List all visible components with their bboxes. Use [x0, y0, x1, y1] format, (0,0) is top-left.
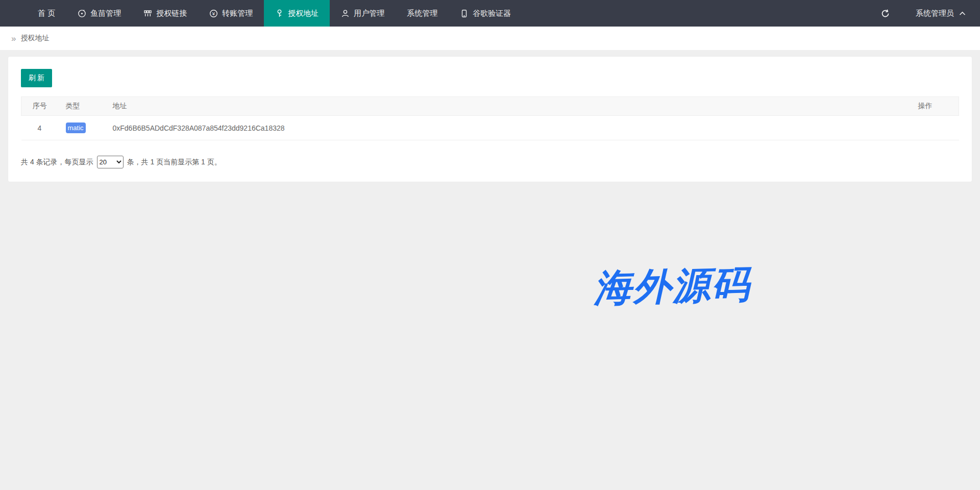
svg-text:¥: ¥ — [212, 11, 215, 16]
col-header-address: 地址 — [105, 97, 911, 116]
nav-item-home[interactable]: 首 页 — [27, 0, 66, 27]
col-header-action: 操作 — [911, 97, 959, 116]
col-header-type: 类型 — [58, 97, 105, 116]
nav-item-google-authenticator[interactable]: 谷歌验证器 — [449, 0, 522, 27]
watermark-text: 海外源码 — [593, 259, 752, 314]
breadcrumb-label: 授权地址 — [20, 34, 49, 43]
type-badge: matic — [66, 122, 86, 133]
table-row: 4 matic 0xFd6B6B5ADdCdF328A087a854f23dd9… — [21, 116, 959, 140]
nav-item-transfer-management[interactable]: ¥ 转账管理 — [198, 0, 264, 27]
phone-icon — [460, 9, 469, 18]
breadcrumb-arrows-icon: » — [11, 34, 16, 43]
clock-icon — [78, 9, 86, 18]
nav-item-label: 鱼苗管理 — [90, 9, 121, 18]
cell-index: 4 — [21, 116, 58, 140]
nav-item-label: 转账管理 — [222, 9, 253, 18]
chevron-up-icon — [959, 11, 966, 16]
page-size-select[interactable]: 20 — [97, 156, 124, 168]
refresh-icon[interactable] — [880, 9, 890, 18]
col-header-index: 序号 — [21, 97, 58, 116]
user-menu[interactable]: 系统管理员 — [916, 9, 966, 18]
top-navbar: 首 页 鱼苗管理 — [0, 0, 980, 27]
address-table: 序号 类型 地址 操作 4 matic 0xFd6B6B5ADdCdF328A0… — [21, 96, 959, 140]
nav-item-fry-management[interactable]: 鱼苗管理 — [66, 0, 132, 27]
nav-item-auth-links[interactable]: 授权链接 — [132, 0, 198, 27]
address-value: 0xFd6B6B5ADdCdF328A087a854f23dd9216Ca183… — [113, 124, 285, 132]
yen-circle-icon: ¥ — [209, 9, 218, 18]
nav-item-label: 授权地址 — [288, 9, 318, 18]
breadcrumb: » 授权地址 — [0, 27, 980, 50]
nav-item-label: 授权链接 — [156, 9, 187, 18]
nav-item-user-management[interactable]: 用户管理 — [330, 0, 396, 27]
content-card: 刷新 序号 类型 地址 操作 4 matic 0xFd6B6B5ADdCdF32… — [8, 56, 972, 182]
nav-right-area: 系统管理员 — [880, 0, 980, 27]
nav-item-label: 谷歌验证器 — [473, 9, 511, 18]
table-header-row: 序号 类型 地址 操作 — [21, 97, 959, 116]
refresh-button[interactable]: 刷新 — [21, 69, 52, 87]
cell-type: matic — [58, 116, 105, 140]
cell-address: 0xFd6B6B5ADdCdF328A087a854f23dd9216Ca183… — [105, 116, 911, 140]
user-name: 系统管理员 — [916, 9, 954, 18]
grid-icon — [143, 9, 152, 18]
nav-item-label: 用户管理 — [354, 9, 384, 18]
cell-action — [911, 116, 959, 140]
pagination-suffix: 条，共 1 页当前显示第 1 页。 — [127, 158, 222, 167]
nav-item-label: 首 页 — [38, 9, 55, 18]
nav-item-auth-addresses[interactable]: 授权地址 — [264, 0, 330, 27]
pagination-prefix: 共 4 条记录，每页显示 — [21, 158, 93, 167]
nav-item-system-management[interactable]: 系统管理 — [396, 0, 449, 27]
key-icon — [275, 9, 284, 18]
user-icon — [341, 9, 350, 18]
nav-menu: 首 页 鱼苗管理 — [27, 0, 522, 27]
nav-item-label: 系统管理 — [407, 9, 437, 18]
pagination: 共 4 条记录，每页显示 20 条，共 1 页当前显示第 1 页。 — [21, 156, 959, 168]
